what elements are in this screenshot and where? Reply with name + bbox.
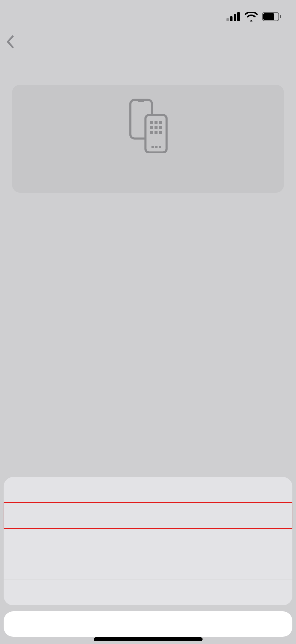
- svg-rect-19: [151, 146, 154, 148]
- svg-rect-16: [150, 131, 153, 134]
- svg-rect-17: [155, 131, 158, 134]
- sheet-item-reset-keyboard-dictionary[interactable]: [4, 528, 292, 554]
- svg-rect-10: [150, 121, 153, 124]
- devices-icon: [26, 99, 270, 153]
- svg-rect-20: [155, 146, 158, 148]
- svg-rect-13: [150, 126, 153, 129]
- status-bar: [0, 0, 296, 30]
- status-indicators: [226, 12, 281, 23]
- svg-rect-2: [234, 14, 236, 21]
- cancel-button[interactable]: [4, 611, 292, 637]
- svg-rect-8: [138, 100, 144, 102]
- svg-rect-0: [226, 18, 229, 21]
- wifi-icon: [245, 12, 258, 23]
- nav-bar: [0, 30, 296, 60]
- cellular-icon: [226, 12, 240, 22]
- home-indicator[interactable]: [94, 637, 203, 641]
- svg-rect-6: [280, 15, 281, 18]
- chevron-left-icon: [6, 35, 15, 51]
- sheet-options-group: [4, 477, 292, 605]
- get-started-button[interactable]: [26, 170, 270, 193]
- svg-rect-1: [230, 16, 233, 21]
- sheet-item-reset-all-settings[interactable]: [4, 477, 292, 503]
- action-sheet: [4, 477, 292, 637]
- svg-rect-15: [159, 126, 162, 129]
- svg-rect-11: [155, 121, 158, 124]
- svg-rect-21: [159, 146, 161, 148]
- sheet-item-reset-network-settings[interactable]: [4, 503, 292, 528]
- sheet-item-reset-home-screen-layout[interactable]: [4, 554, 292, 580]
- battery-icon: [262, 12, 281, 22]
- svg-rect-5: [263, 13, 274, 20]
- prepare-card: [12, 85, 284, 193]
- back-button[interactable]: [6, 35, 16, 51]
- svg-rect-12: [159, 121, 162, 124]
- svg-rect-3: [237, 12, 240, 21]
- svg-rect-14: [155, 126, 158, 129]
- sheet-item-reset-location-privacy[interactable]: [4, 580, 292, 605]
- svg-rect-18: [159, 131, 162, 134]
